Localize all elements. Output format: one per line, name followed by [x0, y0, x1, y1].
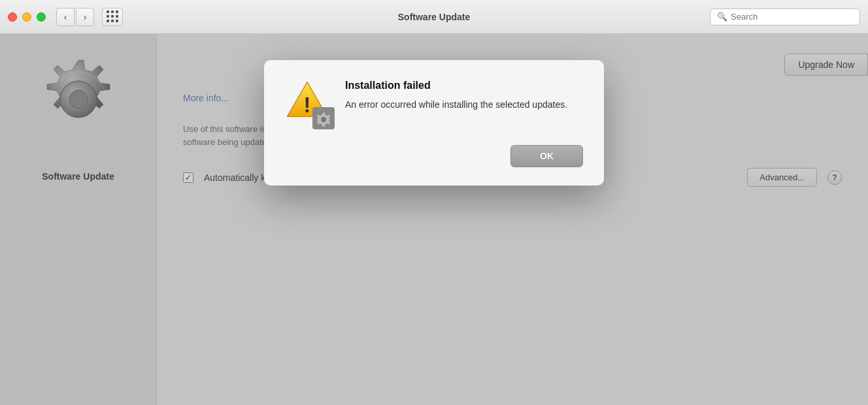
- modal-text: Installation failed An error occurred wh…: [345, 80, 583, 112]
- forward-icon: ›: [84, 12, 87, 22]
- traffic-lights: [8, 12, 46, 22]
- grid-icon: [107, 10, 119, 23]
- back-icon: ‹: [64, 12, 67, 22]
- back-button[interactable]: ‹: [56, 8, 75, 26]
- search-bar[interactable]: 🔍: [710, 8, 860, 25]
- modal-message: An error occurred while installing the s…: [345, 98, 583, 112]
- modal-body: ! Installation failed An error occurred …: [285, 80, 583, 127]
- close-button[interactable]: [8, 12, 17, 22]
- modal-footer: OK: [285, 145, 583, 167]
- modal-title: Installation failed: [345, 80, 583, 91]
- search-input[interactable]: [731, 12, 853, 22]
- search-icon: 🔍: [717, 12, 727, 22]
- maximize-button[interactable]: [37, 12, 46, 22]
- gear-badge-icon: [312, 107, 335, 129]
- forward-button[interactable]: ›: [76, 8, 94, 26]
- minimize-button[interactable]: [22, 12, 31, 22]
- modal-overlay: ! Installation failed An error occurred …: [0, 34, 868, 405]
- svg-point-6: [321, 117, 326, 122]
- window-title: Software Update: [398, 12, 470, 22]
- modal-icon-wrap: !: [285, 80, 332, 127]
- svg-text:!: !: [304, 93, 311, 117]
- installation-failed-dialog: ! Installation failed An error occurred …: [264, 60, 604, 186]
- grid-view-button[interactable]: [102, 8, 123, 26]
- ok-button[interactable]: OK: [510, 145, 583, 167]
- settings-gear-badge: [312, 107, 335, 129]
- title-bar: ‹ › Software Update 🔍: [0, 0, 868, 34]
- nav-buttons: ‹ ›: [56, 8, 94, 26]
